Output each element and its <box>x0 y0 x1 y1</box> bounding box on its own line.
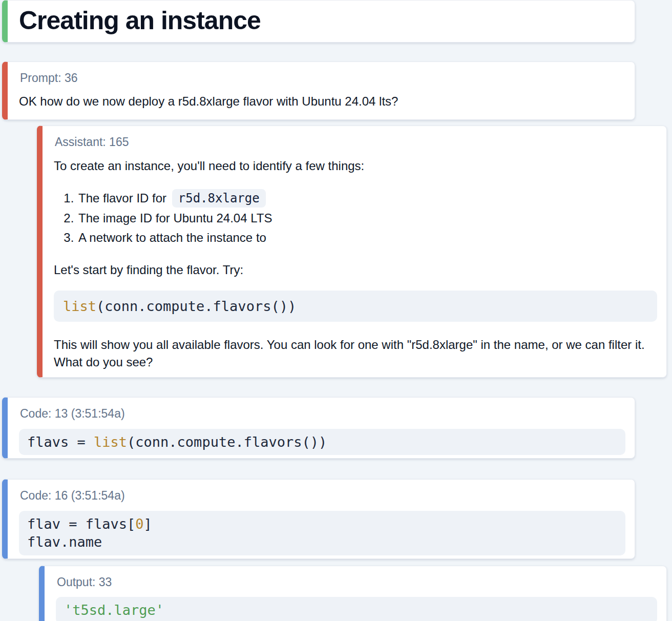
list-item: The image ID for Ubuntu 24.04 LTS <box>77 209 657 228</box>
assistant-para-closing: This will show you all available flavors… <box>54 336 657 371</box>
code-number-literal: 0 <box>135 516 143 532</box>
code-cell-13: Code: 13 (3:51:54a) flavs = list(conn.co… <box>2 397 635 459</box>
code-keyword: list <box>94 434 127 450</box>
output-cell: Output: 33 't5sd.large' <box>39 566 667 621</box>
output-cell-header: Output: 33 <box>57 575 657 590</box>
prompt-text: OK how do we now deploy a r5d.8xlarge fl… <box>19 93 625 110</box>
code-text: ] <box>144 516 152 532</box>
code-text: (conn.compute.flavors()) <box>96 298 296 314</box>
output-block: 't5sd.large' <box>56 597 657 621</box>
assistant-cell: Assistant: 165 To create an instance, yo… <box>37 126 667 378</box>
code-block: flav = flavs[0]flav.name <box>19 511 625 555</box>
list-item: The flavor ID for r5d.8xlarge <box>77 189 657 209</box>
code-keyword: list <box>63 298 96 314</box>
list-item-text: The flavor ID for <box>78 191 170 205</box>
inline-code-flavor: r5d.8xlarge <box>172 189 266 208</box>
assistant-intro-text: To create an instance, you'll need to id… <box>54 157 657 175</box>
code-text: (conn.compute.flavors()) <box>127 434 327 450</box>
list-item: A network to attach the instance to <box>77 228 657 247</box>
prompt-cell-header: Prompt: 36 <box>20 71 625 86</box>
output-string-value: 't5sd.large' <box>64 602 164 618</box>
code-cell-16: Code: 16 (3:51:54a) flav = flavs[0]flav.… <box>2 479 635 558</box>
page-title: Creating an instance <box>19 6 625 36</box>
notebook-log-page: Creating an instance Prompt: 36 OK how d… <box>0 0 672 621</box>
code-cell-header: Code: 13 (3:51:54a) <box>20 406 625 422</box>
title-cell: Creating an instance <box>2 0 635 43</box>
assistant-numbered-list: The flavor ID for r5d.8xlarge The image … <box>54 189 657 247</box>
assistant-code-block: list(conn.compute.flavors()) <box>54 291 657 322</box>
code-text: flav = flavs[ <box>27 516 135 532</box>
prompt-cell: Prompt: 36 OK how do we now deploy a r5d… <box>2 61 635 120</box>
assistant-para-try: Let's start by finding the flavor. Try: <box>54 261 657 279</box>
assistant-cell-header: Assistant: 165 <box>55 135 657 150</box>
code-block: flavs = list(conn.compute.flavors()) <box>19 429 625 455</box>
code-cell-header: Code: 16 (3:51:54a) <box>20 488 625 504</box>
code-line: flav.name <box>27 533 617 551</box>
code-line: flav = flavs[0] <box>27 515 617 533</box>
code-text: flavs = <box>27 434 94 450</box>
